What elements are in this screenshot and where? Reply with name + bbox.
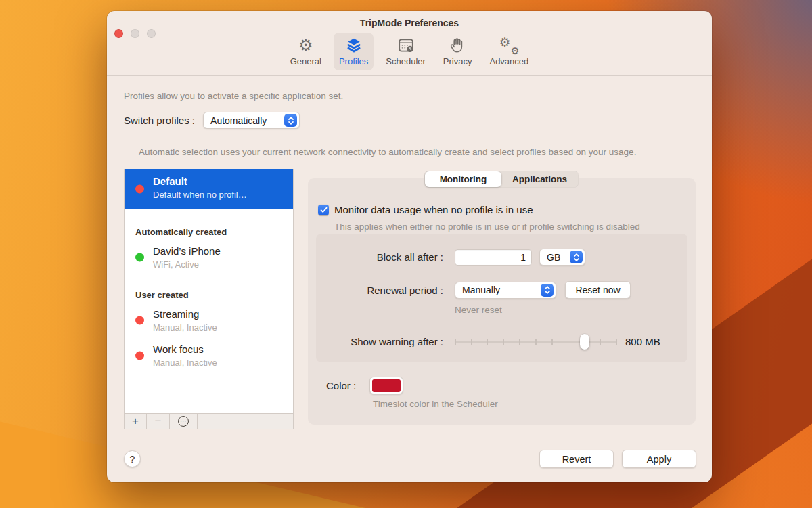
chevron-up-down-icon [541, 284, 554, 297]
hand-icon [449, 36, 466, 55]
never-reset-text: Never reset [455, 305, 502, 315]
toolbar-divider [107, 75, 712, 76]
reset-now-button[interactable]: Reset now [565, 281, 631, 299]
help-button[interactable]: ? [124, 450, 141, 467]
tab-applications[interactable]: Applications [501, 171, 578, 187]
status-dot [135, 316, 144, 325]
chevron-up-down-icon [284, 114, 297, 127]
monitor-checkbox-row[interactable]: Monitor data usage when no profile is in… [318, 204, 533, 215]
gears-icon: ⚙ ⚙ [499, 35, 519, 55]
layers-icon [345, 36, 363, 55]
monitoring-panel: Monitor data usage when no profile is in… [308, 178, 696, 425]
tab-scheduler[interactable]: Scheduler [380, 33, 431, 70]
unit-dropdown[interactable]: GB [539, 249, 585, 266]
block-all-after-label: Block all after : [316, 251, 443, 263]
switch-profiles-label: Switch profiles : [124, 114, 195, 126]
color-swatch [372, 379, 401, 392]
monitor-checkbox-note: This applies when either no profile is i… [334, 221, 640, 232]
limits-group: Block all after : GB Renewal period : [316, 234, 687, 362]
desktop: { "window": { "title": "TripMode Prefere… [0, 0, 812, 508]
more-options-button[interactable]: ⋯ [170, 414, 198, 429]
profile-row-davids-iphone[interactable]: David’s iPhone WiFi, Active [125, 245, 293, 270]
tab-profiles[interactable]: Profiles [334, 33, 374, 70]
tab-advanced[interactable]: ⚙ ⚙ Advanced [484, 33, 534, 70]
renewal-period-dropdown[interactable]: Manually [455, 282, 556, 299]
warning-slider[interactable] [455, 333, 617, 350]
apply-button[interactable]: Apply [622, 450, 696, 468]
footer-buttons: Revert Apply [539, 450, 696, 468]
color-well[interactable] [369, 377, 403, 394]
show-warning-after-label: Show warning after : [316, 336, 443, 347]
tab-general[interactable]: ⚙ General [285, 33, 327, 70]
checkbox-checked-icon[interactable] [318, 205, 329, 215]
switch-profiles-dropdown[interactable]: Automatically [203, 112, 300, 129]
profile-row-default[interactable]: Default Default when no profil… [125, 169, 293, 209]
toolbar-tabs: ⚙ General Profiles [107, 33, 712, 70]
calendar-clock-icon [397, 36, 415, 55]
gear-icon: ⚙ [298, 36, 313, 55]
profiles-list: Default Default when no profil… Automati… [125, 169, 293, 413]
remove-profile-button[interactable]: − [147, 414, 170, 429]
slider-ticks [455, 339, 617, 345]
status-dot [135, 352, 144, 360]
tab-privacy[interactable]: Privacy [438, 33, 478, 70]
renewal-period-label: Renewal period : [316, 284, 443, 296]
status-dot [135, 185, 144, 194]
ellipsis-circle-icon: ⋯ [178, 416, 189, 427]
color-row: Color : [326, 377, 403, 394]
add-profile-button[interactable]: + [125, 414, 147, 429]
sidebar-toolbar-spacer [198, 414, 293, 429]
titlebar: TripMode Preferences ⚙ General Profiles [107, 11, 712, 75]
color-label: Color : [326, 380, 356, 391]
section-automatically-created: Automatically created [135, 227, 293, 237]
warning-value: 800 MB [625, 336, 660, 347]
color-note: Timeslot color in the Scheduler [373, 399, 498, 409]
profile-row-streaming[interactable]: Streaming Manual, Inactive [125, 308, 293, 333]
section-user-created: User created [135, 290, 293, 300]
profiles-sidebar: Default Default when no profil… Automati… [124, 169, 294, 429]
detail-tabs: Monitoring Applications [424, 171, 579, 188]
window-title: TripMode Preferences [107, 11, 712, 28]
tripmode-preferences-window: TripMode Preferences ⚙ General Profiles [107, 11, 712, 482]
switch-profiles-help: Automatic selection uses your current ne… [139, 147, 636, 157]
intro-text: Profiles allow you to activate a specifi… [124, 91, 343, 101]
tab-monitoring[interactable]: Monitoring [425, 171, 501, 187]
status-dot [135, 253, 144, 262]
block-all-after-input[interactable] [455, 249, 532, 266]
sidebar-toolbar: + − ⋯ [125, 413, 293, 429]
revert-button[interactable]: Revert [539, 450, 614, 468]
chevron-up-down-icon [570, 251, 583, 263]
profile-row-work-focus[interactable]: Work focus Manual, Inactive [125, 343, 293, 368]
switch-profiles-row: Switch profiles : Automatically [124, 112, 300, 129]
slider-thumb[interactable] [580, 334, 589, 350]
